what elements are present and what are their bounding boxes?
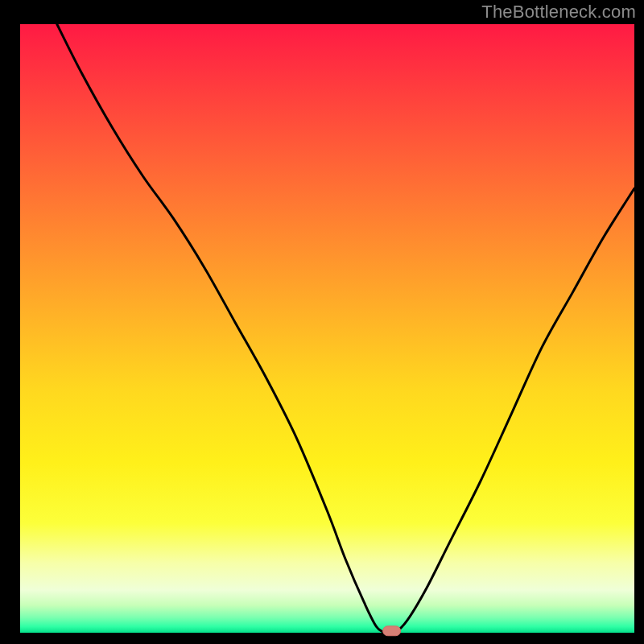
- bottleneck-chart: [0, 0, 644, 644]
- gradient-background: [20, 24, 634, 633]
- optimal-point-marker: [383, 626, 401, 636]
- chart-frame: { "watermark": "TheBottleneck.com", "col…: [0, 0, 644, 644]
